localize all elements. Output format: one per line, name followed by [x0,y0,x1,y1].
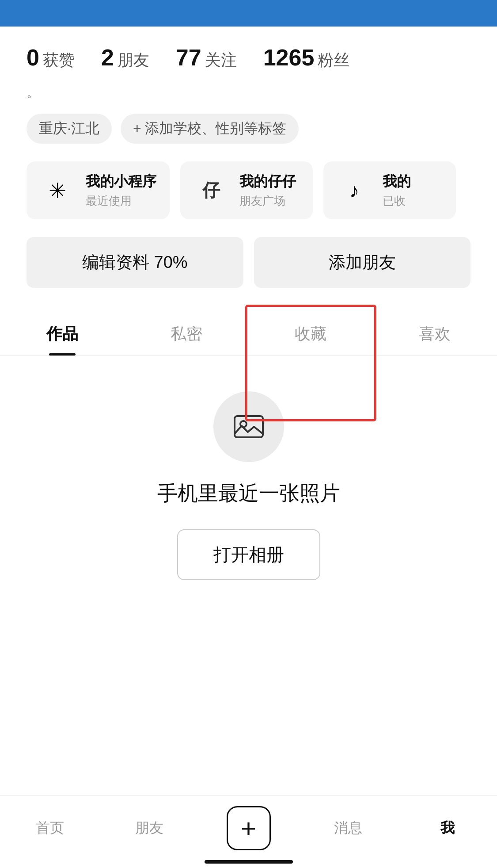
tab-private-label: 私密 [171,325,202,343]
bottom-nav: 首页 朋友 + 消息 我 [0,795,497,868]
likes-label: 获赞 [43,50,75,71]
mini-app-music-icon: ♪ [337,173,372,208]
mini-app-music-name: 我的 [383,172,411,191]
add-friend-button[interactable]: 添加朋友 [254,237,471,288]
followers-count: 1265 [263,44,315,71]
nav-create[interactable]: + [199,806,298,850]
following-count: 77 [176,44,201,71]
add-tag-text: + 添加学校、性别等标签 [133,119,287,138]
location-tag-text: 重庆·江北 [39,120,99,136]
svg-rect-0 [235,416,263,437]
stat-following[interactable]: 77 关注 [176,44,237,71]
bio-area: 。 [0,84,497,114]
photo-placeholder [213,391,284,462]
mini-app-music[interactable]: ♪ 我的 已收 [323,161,456,219]
content-title: 手机里最近一张照片 [157,480,340,507]
home-indicator [205,860,293,864]
location-tag[interactable]: 重庆·江北 [27,114,112,144]
nav-me-label: 我 [440,818,455,838]
plus-icon: + [241,813,256,844]
header-background [0,0,497,27]
add-tag-button[interactable]: + 添加学校、性别等标签 [121,114,299,144]
photo-icon [231,409,266,444]
nav-friends[interactable]: 朋友 [99,818,199,838]
content-area: 手机里最近一张照片 打开相册 [0,356,497,607]
stats-row: 0 获赞 2 朋友 77 关注 1265 粉丝 [0,27,497,84]
followers-label: 粉丝 [318,50,349,71]
action-buttons-row: 编辑资料 70% 添加朋友 [0,237,497,310]
mini-app-programs-icon: ✳ [40,173,75,208]
tab-collect-label: 收藏 [295,325,326,343]
mini-app-zaizi-sub: 朋友广场 [239,193,296,209]
likes-count: 0 [27,44,39,71]
add-friend-label: 添加朋友 [329,253,396,271]
mini-app-programs-name: 我的小程序 [86,172,156,191]
stat-likes: 0 获赞 [27,44,75,71]
mini-app-programs-info: 我的小程序 最近使用 [86,172,156,209]
mini-app-zaizi-info: 我的仔仔 朋友广场 [239,172,296,209]
tab-private[interactable]: 私密 [124,310,248,356]
mini-app-programs-sub: 最近使用 [86,193,156,209]
mini-app-music-info: 我的 已收 [383,172,411,209]
edit-profile-button[interactable]: 编辑资料 70% [27,237,243,288]
nav-messages-label: 消息 [334,818,362,838]
mini-app-programs[interactable]: ✳ 我的小程序 最近使用 [27,161,170,219]
stat-friends[interactable]: 2 朋友 [101,44,149,71]
tabs-row: 作品 私密 收藏 喜欢 [0,310,497,356]
mini-app-zaizi-name: 我的仔仔 [239,172,296,191]
stat-followers[interactable]: 1265 粉丝 [263,44,350,71]
mini-apps-row: ✳ 我的小程序 最近使用 仔 我的仔仔 朋友广场 ♪ 我的 已收 [0,161,497,237]
tab-likes-label: 喜欢 [419,325,451,343]
mini-app-music-sub: 已收 [383,193,411,209]
tab-works-label: 作品 [46,325,78,343]
tab-likes[interactable]: 喜欢 [373,310,497,356]
edit-profile-label: 编辑资料 70% [82,253,188,271]
friends-label: 朋友 [118,50,149,71]
nav-messages[interactable]: 消息 [298,818,398,838]
mini-app-zaizi-icon: 仔 [193,173,229,208]
open-album-label: 打开相册 [213,545,284,564]
tabs-container: 作品 私密 收藏 喜欢 [0,310,497,356]
following-label: 关注 [205,50,237,71]
mini-app-zaizi[interactable]: 仔 我的仔仔 朋友广场 [180,161,313,219]
spacer [0,607,497,739]
bio-text: 。 [27,84,470,101]
nav-friends-label: 朋友 [135,818,163,838]
tab-works[interactable]: 作品 [0,310,124,356]
nav-home-label: 首页 [36,818,64,838]
friends-count: 2 [101,44,114,71]
open-album-button[interactable]: 打开相册 [177,529,320,580]
tab-collect[interactable]: 收藏 [249,310,373,356]
create-button[interactable]: + [227,806,271,850]
tags-row: 重庆·江北 + 添加学校、性别等标签 [0,114,497,161]
nav-home[interactable]: 首页 [0,818,99,838]
nav-me[interactable]: 我 [398,818,497,838]
